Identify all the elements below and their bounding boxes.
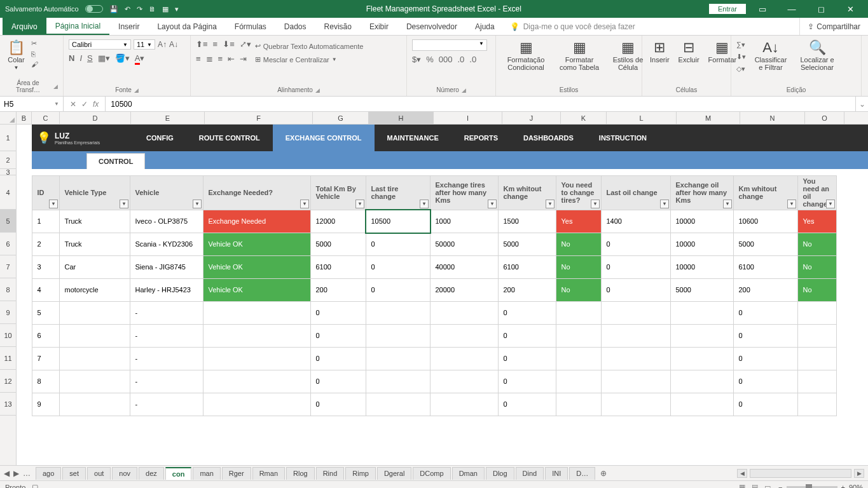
zoom-in-icon[interactable]: + [841,484,845,489]
table-cell[interactable]: 0 [310,393,366,416]
table-cell[interactable]: - [130,393,203,416]
filter-icon[interactable]: ▾ [300,200,309,208]
ribbon-options-icon[interactable]: ▭ [750,4,775,14]
sheet-tab[interactable]: con [165,467,192,480]
column-header[interactable]: G [313,112,369,124]
table-cell[interactable] [670,370,734,393]
table-cell[interactable]: Yes [797,210,837,233]
tab-home[interactable]: Página Inicial [46,18,109,35]
delete-button[interactable]: ⊟Excluir [676,39,702,65]
row-header[interactable]: 2 [0,151,16,169]
table-cell[interactable] [601,393,671,416]
sheet-tab[interactable]: out [87,467,111,480]
table-cell[interactable]: No [797,255,837,279]
row-header[interactable]: 12 [0,370,16,393]
sheet-tab[interactable]: ago [36,467,61,480]
zoom-level[interactable]: 90% [849,484,863,489]
row-header[interactable]: 13 [0,393,16,416]
filter-icon[interactable]: ▾ [420,200,429,208]
filter-icon[interactable]: ▾ [723,200,732,208]
table-cell[interactable]: 9 [32,393,60,416]
table-cell[interactable]: - [130,324,203,348]
dialog-launcher-icon[interactable]: ◢ [134,87,139,93]
increase-font-icon[interactable]: A↑ [158,40,167,49]
table-cell[interactable] [601,370,671,393]
paste-button[interactable]: 📋Colar▼ [5,39,27,72]
tab-developer[interactable]: Desenvolvedor [397,18,466,35]
align-right-icon[interactable]: ≡ [218,54,223,64]
table-cell[interactable] [59,301,130,325]
table-cell[interactable]: motorcycle [59,278,130,302]
table-cell[interactable]: No [556,255,602,279]
table-cell[interactable] [430,301,499,325]
table-cell[interactable]: Vehicle OK [203,255,311,279]
sheet-tab[interactable]: Dlog [486,467,514,480]
sheet-tab[interactable]: Rimp [345,467,376,480]
filter-icon[interactable]: ▾ [193,200,202,208]
table-cell[interactable] [366,324,431,348]
table-cell[interactable] [366,301,431,325]
table-cell[interactable]: 200 [733,278,798,302]
sheet-nav-more-icon[interactable]: … [23,469,31,478]
table-cell[interactable]: 0 [733,324,798,348]
table-cell[interactable]: No [556,233,602,256]
row-header[interactable]: 3 [0,169,16,175]
row-header[interactable]: 1 [0,125,16,151]
table-cell[interactable]: No [556,278,602,302]
nav-item[interactable]: REPORTS [451,125,511,151]
table-cell[interactable] [203,370,311,393]
table-cell[interactable]: Scania - KYD2306 [130,233,203,256]
table-cell[interactable]: 4 [32,278,60,302]
table-cell[interactable]: 0 [310,370,366,393]
table-cell[interactable] [601,301,671,325]
sign-in-button[interactable]: Entrar [709,4,746,14]
macro-record-icon[interactable]: ▢ [32,483,38,488]
underline-icon[interactable]: S [87,53,93,63]
tab-formulas[interactable]: Fórmulas [226,18,275,35]
table-cell[interactable]: 2 [32,233,60,256]
tab-insert[interactable]: Inserir [109,18,148,35]
undo-icon[interactable]: ↶ [125,5,130,13]
nav-item[interactable]: ROUTE CONTROL [186,125,273,151]
table-cell[interactable]: - [130,347,203,370]
nav-item[interactable]: MAINTENANCE [375,125,451,151]
table-cell[interactable]: 1400 [601,210,671,233]
table-cell[interactable] [203,393,311,416]
table-cell[interactable] [797,347,837,370]
decrease-indent-icon[interactable]: ⇤ [228,54,235,64]
insert-button[interactable]: ⊞Inserir [647,39,672,65]
align-left-icon[interactable]: ≡ [196,54,201,64]
autosum-icon[interactable]: ∑▾ [736,41,746,49]
scroll-left-icon[interactable]: ◀ [737,469,747,478]
share-button[interactable]: ⇪ Compartilhar [799,18,868,35]
table-cell[interactable]: 10600 [733,210,798,233]
table-cell[interactable] [556,347,602,370]
subtab-control[interactable]: CONTROL [86,153,145,169]
table-cell[interactable]: 0 [498,393,556,416]
filter-icon[interactable]: ▾ [591,200,600,208]
table-cell[interactable] [556,393,602,416]
dialog-launcher-icon[interactable]: ◢ [462,87,466,93]
select-all-button[interactable] [0,112,17,125]
zoom-slider[interactable] [787,486,837,489]
table-cell[interactable] [366,393,431,416]
table-cell[interactable]: 6100 [498,255,556,279]
table-cell[interactable]: 10000 [670,210,734,233]
table-cell[interactable]: Iveco - OLP3875 [130,210,203,233]
table-cell[interactable]: 50000 [430,233,499,256]
redo-icon[interactable]: ↷ [137,5,142,13]
font-color-icon[interactable]: A▾ [135,53,145,63]
tab-review[interactable]: Revisão [315,18,361,35]
table-cell[interactable] [670,347,734,370]
table-cell[interactable]: 6100 [733,255,798,279]
filter-icon[interactable]: ▾ [826,200,835,208]
tab-file[interactable]: Arquivo [3,18,46,35]
table-cell[interactable] [430,347,499,370]
table-cell[interactable]: 20000 [430,278,499,302]
expand-formula-icon[interactable]: ⌄ [855,97,868,111]
table-cell[interactable] [556,370,602,393]
table-cell[interactable] [670,324,734,348]
column-header[interactable]: I [434,112,502,124]
tell-me-search[interactable]: 💡 Diga-me o que você deseja fazer [504,18,642,35]
sheet-tab[interactable]: Dman [452,467,485,480]
